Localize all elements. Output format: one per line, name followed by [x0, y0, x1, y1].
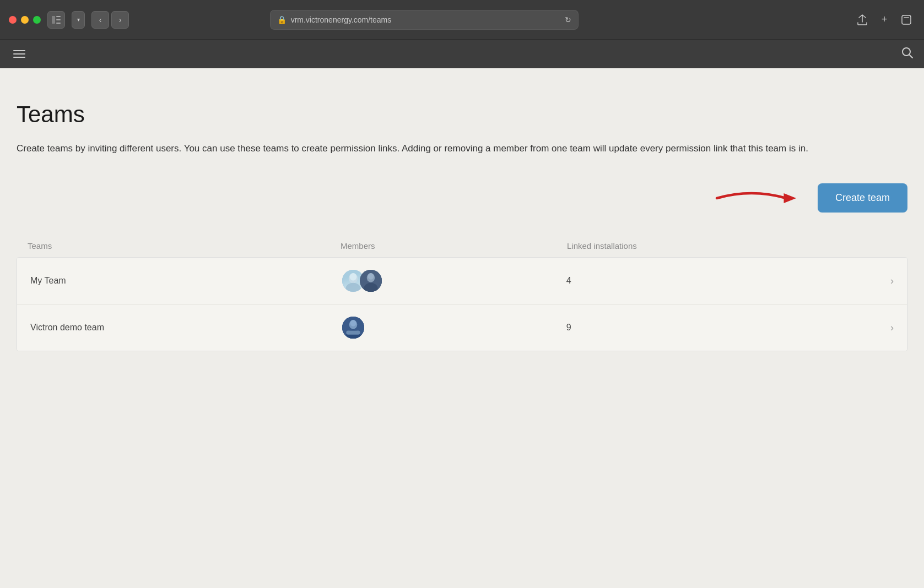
- app-navbar: [0, 40, 924, 68]
- team-members: [330, 315, 566, 340]
- hamburger-line-3: [13, 57, 25, 58]
- minimize-button[interactable]: [21, 16, 29, 24]
- fullscreen-button[interactable]: [33, 16, 41, 24]
- svg-rect-5: [904, 17, 909, 18]
- avatar: [359, 269, 383, 293]
- svg-rect-2: [56, 19, 61, 20]
- teams-table: Teams Members Linked installations My Te…: [17, 235, 907, 351]
- arrow-annotation: [712, 182, 811, 215]
- hamburger-line-2: [13, 53, 25, 55]
- nav-buttons: ‹ ›: [91, 11, 129, 29]
- table-row[interactable]: Victron demo team: [17, 304, 907, 351]
- sidebar-toggle-button[interactable]: [47, 11, 65, 29]
- svg-line-7: [909, 55, 912, 58]
- svg-point-15: [368, 273, 374, 280]
- create-team-button[interactable]: Create team: [818, 183, 907, 213]
- col-members-header: Members: [329, 241, 567, 251]
- lock-icon: 🔒: [277, 15, 287, 24]
- button-row: Create team: [17, 183, 907, 213]
- svg-rect-1: [56, 16, 61, 17]
- svg-rect-0: [52, 16, 55, 24]
- browser-chrome: ▾ ‹ › 🔒 vrm.victronenergy.com/teams ↻ +: [0, 0, 924, 40]
- hamburger-line-1: [13, 50, 25, 51]
- col-action-header: [869, 241, 896, 251]
- svg-rect-3: [56, 23, 61, 24]
- address-bar[interactable]: 🔒 vrm.victronenergy.com/teams ↻: [270, 10, 579, 30]
- tab-overview-button[interactable]: [898, 11, 915, 29]
- svg-marker-8: [784, 193, 797, 203]
- row-chevron-icon: ›: [866, 322, 894, 334]
- forward-button[interactable]: ›: [111, 11, 129, 29]
- main-content: Teams Create teams by inviting different…: [0, 68, 924, 588]
- url-text: vrm.victronenergy.com/teams: [291, 15, 392, 24]
- row-chevron-icon: ›: [866, 275, 894, 287]
- back-button[interactable]: ‹: [91, 11, 109, 29]
- search-icon[interactable]: [901, 46, 913, 61]
- close-button[interactable]: [9, 16, 17, 24]
- team-name: My Team: [30, 276, 330, 286]
- tab-dropdown-button[interactable]: ▾: [72, 11, 85, 29]
- new-tab-button[interactable]: +: [876, 11, 893, 29]
- hamburger-menu-button[interactable]: [11, 48, 28, 60]
- col-teams-header: Teams: [28, 241, 329, 251]
- svg-rect-4: [902, 15, 911, 24]
- member-avatars: [341, 269, 383, 293]
- team-members: [330, 269, 566, 293]
- table-header: Teams Members Linked installations: [17, 235, 907, 257]
- avatar: [341, 315, 365, 340]
- page-title: Teams: [17, 101, 907, 128]
- table-body: My Team: [17, 257, 907, 351]
- svg-rect-20: [347, 331, 360, 335]
- team-linked-count: 4: [566, 276, 866, 286]
- svg-point-19: [350, 320, 356, 326]
- team-name: Victron demo team: [30, 323, 330, 333]
- reload-icon[interactable]: ↻: [565, 15, 571, 24]
- svg-point-10: [346, 283, 361, 292]
- share-button[interactable]: [853, 11, 871, 29]
- svg-point-11: [350, 273, 357, 281]
- table-row[interactable]: My Team: [17, 258, 907, 304]
- col-linked-header: Linked installations: [567, 241, 869, 251]
- team-linked-count: 9: [566, 323, 866, 333]
- member-avatars: [341, 315, 365, 340]
- traffic-lights: [9, 16, 41, 24]
- page-description: Create teams by inviting different users…: [17, 141, 887, 156]
- browser-actions: +: [853, 11, 915, 29]
